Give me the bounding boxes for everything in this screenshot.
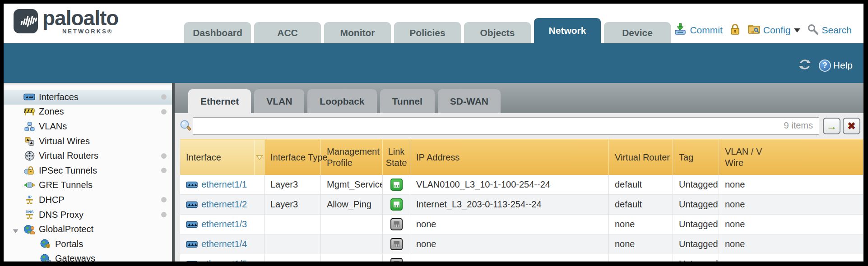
sidebar-item-gre-tunnels[interactable]: GRE Tunnels — [4, 178, 172, 193]
commit-label: Commit — [690, 25, 722, 36]
sidebar-item-label: Virtual Routers — [39, 151, 98, 161]
sidebar-item-portals[interactable]: Portals — [4, 237, 172, 252]
interface-link[interactable]: ethernet1/4 — [201, 239, 247, 249]
sidebar-item-label: GlobalProtect — [39, 224, 93, 234]
header-actions: Commit — [673, 23, 852, 37]
refresh-icon[interactable] — [798, 59, 812, 72]
sidebar-item-dhcp[interactable]: IP DHCP — [4, 193, 172, 207]
management-profile-cell — [321, 254, 383, 261]
ip-address-cell: none — [410, 234, 609, 254]
col-header-vlan-virtual-wire[interactable]: VLAN / V Wire — [719, 140, 863, 175]
tab-monitor[interactable]: Monitor — [324, 22, 391, 43]
table-row[interactable]: ethernet1/3 none none Untagged none — [180, 215, 863, 234]
status-dot — [161, 109, 167, 115]
virtual-routers-icon — [23, 151, 35, 161]
virtual-router-cell: default — [609, 195, 673, 214]
svg-text:DNS: DNS — [25, 210, 33, 214]
help-label: Help — [833, 60, 853, 71]
subtab-ethernet[interactable]: Ethernet — [188, 89, 251, 113]
clear-filter-button[interactable]: ✖ — [843, 118, 860, 134]
tab-acc[interactable]: ACC — [254, 22, 321, 43]
interface-type-cell: Layer3 — [265, 175, 321, 194]
table-row[interactable]: ethernet1/5 none none Untagged none — [180, 254, 863, 261]
sidebar-item-virtual-wires[interactable]: Virtual Wires — [4, 134, 172, 149]
vlan-cell: none — [719, 215, 863, 234]
tag-cell: Untagged — [673, 195, 719, 214]
commit-button[interactable]: Commit — [673, 23, 722, 37]
filter-search-icon — [179, 119, 192, 135]
sidebar-item-globalprotect[interactable]: GlobalProtect — [4, 222, 172, 237]
dns-proxy-icon: DNS — [23, 209, 35, 220]
sidebar-item-label: GRE Tunnels — [39, 180, 93, 190]
subtab-sdwan[interactable]: SD-WAN — [438, 89, 501, 113]
col-header-sort-menu[interactable] — [255, 140, 265, 175]
interface-link[interactable]: ethernet1/1 — [201, 179, 247, 190]
tag-cell: Untagged — [673, 175, 719, 194]
management-profile-cell — [321, 215, 383, 234]
interfaces-table: Interface Interface Type Management Prof… — [180, 139, 863, 261]
interface-link[interactable]: ethernet1/5 — [201, 259, 247, 261]
sidebar-item-zones[interactable]: Zones — [4, 105, 172, 119]
interface-icon — [186, 201, 198, 208]
tag-cell: Untagged — [673, 234, 719, 254]
table-row[interactable]: ethernet1/2 Layer3 Allow_Ping Internet_L… — [180, 195, 863, 215]
apply-filter-button[interactable]: → — [823, 118, 840, 134]
interface-cell: ethernet1/3 — [180, 215, 265, 234]
sidebar-item-interfaces[interactable]: Interfaces — [4, 90, 172, 105]
expander-icon[interactable] — [13, 227, 19, 235]
tab-dashboard[interactable]: Dashboard — [184, 22, 251, 43]
interface-link[interactable]: ethernet1/2 — [201, 199, 247, 210]
management-profile-cell: Mgmt_Services — [321, 175, 383, 194]
col-header-ip-address[interactable]: IP Address — [410, 140, 609, 175]
col-header-virtual-router[interactable]: Virtual Router — [609, 140, 673, 175]
lock-icon — [729, 23, 741, 37]
interface-type-cell — [265, 234, 321, 254]
gateways-icon — [40, 254, 51, 261]
sidebar-item-vlans[interactable]: VLANs — [4, 119, 172, 134]
virtual-router-cell: none — [609, 215, 673, 234]
search-button[interactable]: Search — [807, 23, 852, 37]
network-content: Ethernet VLAN Loopback Tunnel SD-WAN 9 i — [175, 83, 863, 261]
col-header-interface-type[interactable]: Interface Type — [265, 140, 321, 175]
link-state-cell — [383, 175, 410, 194]
sidebar-item-virtual-routers[interactable]: Virtual Routers — [4, 148, 172, 163]
col-header-interface[interactable]: Interface — [180, 140, 255, 175]
col-header-management-profile[interactable]: Management Profile — [321, 140, 383, 175]
help-icon: ? — [819, 60, 831, 72]
col-header-link-state[interactable]: Link State — [383, 140, 410, 175]
ipsec-tunnels-icon — [23, 166, 35, 175]
col-header-tag[interactable]: Tag — [673, 140, 719, 175]
tab-objects[interactable]: Objects — [464, 22, 531, 43]
interface-icon — [186, 261, 198, 262]
lock-button[interactable] — [729, 23, 741, 37]
link-state-up-icon — [390, 179, 403, 191]
sidebar-item-ipsec-tunnels[interactable]: IPSec Tunnels — [4, 163, 172, 178]
secondary-bar: ? Help — [4, 43, 863, 83]
table-row[interactable]: ethernet1/4 none none Untagged none — [180, 234, 863, 254]
sidebar-item-label: Interfaces — [39, 92, 79, 102]
link-state-cell — [383, 215, 410, 234]
sidebar-item-label: DNS Proxy — [39, 210, 84, 220]
tab-network[interactable]: Network — [534, 18, 601, 43]
vlan-cell: none — [719, 175, 863, 194]
zones-icon — [23, 107, 35, 116]
tab-policies[interactable]: Policies — [394, 22, 461, 43]
status-dot — [161, 94, 167, 100]
interface-icon — [186, 181, 198, 188]
subtab-vlan[interactable]: VLAN — [254, 89, 304, 113]
sort-caret-icon — [256, 155, 263, 160]
sidebar-item-dns-proxy[interactable]: DNS DNS Proxy — [4, 207, 172, 222]
subtab-tunnel[interactable]: Tunnel — [380, 89, 435, 113]
filter-input[interactable] — [193, 117, 819, 135]
help-button[interactable]: ? Help — [819, 60, 853, 72]
tab-device[interactable]: Device — [604, 22, 671, 43]
config-button[interactable]: Config — [747, 23, 801, 37]
item-count: 9 items — [784, 120, 813, 131]
table-row[interactable]: ethernet1/1 Layer3 Mgmt_Services VLAN010… — [180, 175, 863, 195]
tag-cell: Untagged — [673, 215, 719, 234]
sidebar-item-gateways[interactable]: Gateways — [4, 252, 172, 261]
subtab-loopback[interactable]: Loopback — [307, 89, 376, 113]
dhcp-icon: IP — [23, 194, 35, 205]
interface-link[interactable]: ethernet1/3 — [201, 219, 247, 229]
search-icon — [807, 23, 819, 37]
